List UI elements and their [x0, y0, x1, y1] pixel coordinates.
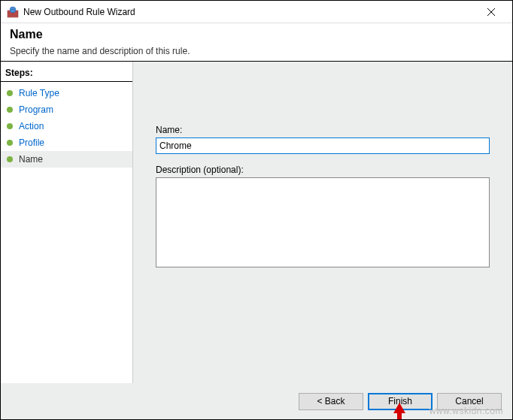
- bullet-icon: [7, 107, 13, 113]
- back-button[interactable]: < Back: [299, 393, 363, 410]
- wizard-body: Steps: Rule Type Program Action Profile …: [1, 62, 512, 383]
- step-label: Action: [19, 121, 44, 131]
- step-profile[interactable]: Profile: [1, 134, 132, 151]
- steps-heading: Steps:: [1, 66, 132, 82]
- step-label: Rule Type: [19, 88, 59, 98]
- step-name[interactable]: Name: [1, 151, 132, 168]
- bullet-icon: [7, 140, 13, 146]
- titlebar: New Outbound Rule Wizard: [1, 1, 512, 23]
- bullet-icon: [7, 123, 13, 129]
- wizard-header: Name Specify the name and description of…: [1, 23, 512, 62]
- firewall-icon: [7, 6, 19, 18]
- page-subtitle: Specify the name and description of this…: [10, 46, 503, 56]
- finish-button[interactable]: Finish: [368, 393, 433, 410]
- step-program[interactable]: Program: [1, 101, 132, 118]
- bullet-icon: [7, 90, 13, 96]
- close-icon: [487, 8, 495, 16]
- steps-sidebar: Steps: Rule Type Program Action Profile …: [1, 62, 133, 383]
- page-title: Name: [10, 28, 503, 41]
- name-input[interactable]: [156, 137, 490, 154]
- description-label: Description (optional):: [156, 165, 490, 175]
- step-action[interactable]: Action: [1, 118, 132, 134]
- step-label: Profile: [19, 137, 44, 148]
- content-pane: Name: Description (optional):: [133, 62, 512, 383]
- name-label: Name:: [156, 125, 490, 135]
- window-title: New Outbound Rule Wizard: [23, 7, 476, 17]
- description-input[interactable]: [156, 177, 490, 267]
- step-label: Name: [19, 154, 43, 165]
- wizard-footer: < Back Finish Cancel www.wskidn.com: [1, 383, 512, 419]
- step-rule-type[interactable]: Rule Type: [1, 85, 132, 101]
- cancel-button[interactable]: Cancel: [437, 393, 502, 410]
- close-button[interactable]: [476, 6, 506, 18]
- bullet-icon: [7, 156, 13, 162]
- step-label: Program: [19, 104, 53, 115]
